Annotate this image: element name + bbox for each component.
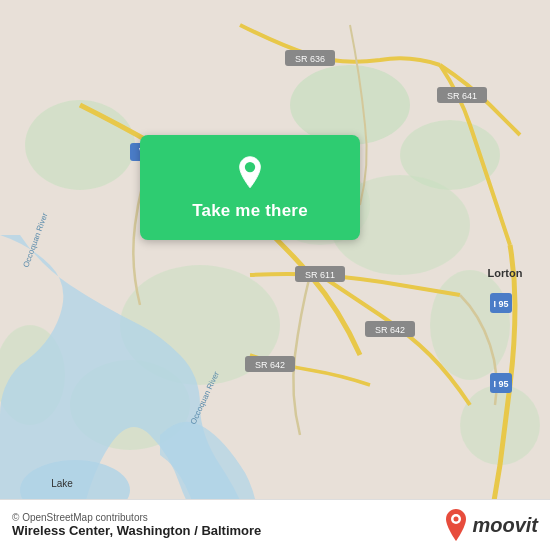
attribution-text: © OpenStreetMap contributors [12,512,261,523]
take-me-there-label: Take me there [192,201,308,221]
bottom-left: © OpenStreetMap contributors Wireless Ce… [12,512,261,538]
svg-text:SR 641: SR 641 [447,91,477,101]
take-me-there-button[interactable]: Take me there [140,135,360,240]
map-svg: VA 123 SR 636 SR 641 SR 611 SR 642 SR 64… [0,0,550,550]
svg-text:I 95: I 95 [493,379,508,389]
svg-point-5 [430,270,510,380]
svg-text:SR 636: SR 636 [295,54,325,64]
svg-text:Lake: Lake [51,478,73,489]
svg-text:I 95: I 95 [493,299,508,309]
location-label: Wireless Center, Washington / Baltimore [12,523,261,538]
svg-text:SR 611: SR 611 [305,270,335,280]
svg-text:Occoquan River: Occoquan River [21,211,49,268]
svg-text:Lorton: Lorton [488,267,523,279]
moovit-text: moovit [472,514,538,537]
moovit-pin-icon [444,508,468,542]
svg-text:SR 642: SR 642 [255,360,285,370]
svg-point-0 [290,65,410,145]
svg-text:SR 642: SR 642 [375,325,405,335]
location-pin-icon [231,155,269,193]
svg-point-2 [25,100,135,190]
moovit-logo: moovit [444,508,538,542]
svg-point-31 [245,161,255,171]
map-container: VA 123 SR 636 SR 641 SR 611 SR 642 SR 64… [0,0,550,550]
bottom-bar: © OpenStreetMap contributors Wireless Ce… [0,499,550,550]
svg-point-33 [454,517,459,522]
